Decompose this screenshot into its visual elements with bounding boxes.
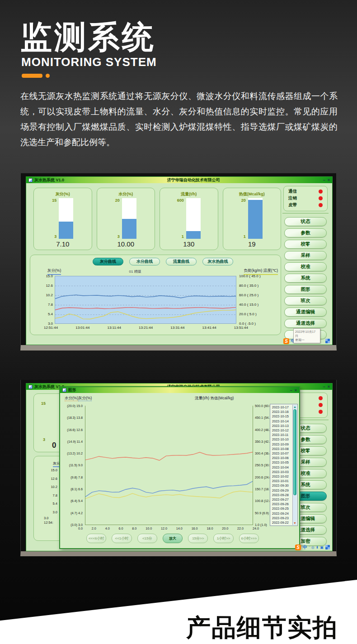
axis-tick: 4.0 (105, 526, 110, 530)
time-zoom-button[interactable]: <15分 (137, 534, 157, 543)
status-label: 通信 (288, 189, 297, 194)
gauge-panel: 热值(Mcal/kg) 20 1 19 (223, 188, 282, 250)
axis-tick: 3.0 (38, 322, 53, 326)
x-axis-ticks: 12:51:4413:01:4413:11:4413:21:4413:31:44… (44, 326, 248, 330)
minimize-button[interactable]: – (290, 388, 292, 393)
axis-tick: 7.8 (41, 493, 57, 497)
sidebar-button[interactable]: 校零 (284, 240, 327, 249)
gauge-value: 19 (223, 240, 281, 248)
axis-tick: 0.0 (78, 526, 83, 530)
sogou-input-icon[interactable]: S (295, 545, 301, 550)
screenshot-2: 灰水热系统 V1.0 济宁华瑞自动化技术有限公司 – × 15 3 0 灰分(%… (20, 380, 337, 556)
sidebar-button[interactable]: 采样 (284, 251, 327, 260)
axis-tick: (20.0) 15.0 (60, 404, 83, 408)
close-button[interactable]: × (295, 388, 297, 393)
axis-tick: 12.6 (41, 477, 57, 481)
time-zoom-button[interactable]: 6小时>>> (239, 534, 259, 543)
gauge-bar (248, 198, 263, 239)
gauge-min-label: 3 (115, 234, 120, 239)
time-zoom-button[interactable]: 15分>> (188, 534, 208, 543)
time-zoom-button[interactable]: 放大 (163, 534, 183, 543)
titlebar[interactable]: 灰水热系统 V1.0 济宁华瑞自动化技术有限公司 – × (26, 177, 332, 183)
tray-icon[interactable]: ʻ (309, 545, 310, 549)
status-label: 皮带 (288, 202, 297, 208)
sogou-input-icon[interactable]: S (283, 338, 289, 344)
window-icon (28, 178, 33, 182)
sidebar-button[interactable]: 班次 (284, 296, 327, 305)
scroll-up-icon[interactable]: ▲ (293, 405, 297, 409)
date-tooltip: 2022年10月17日 星期一 (293, 328, 320, 343)
axis-tick: 0.0 ( -5.0 ) (239, 322, 281, 326)
dialog-titlebar[interactable]: 图形 – × (60, 387, 299, 393)
status-indicator-dot (319, 196, 323, 200)
curve-tab[interactable]: 水分曲线 (129, 258, 160, 265)
close-button[interactable]: × (328, 384, 330, 389)
tray-icon[interactable]: ◎ (311, 545, 315, 549)
gauge-value: 10.00 (97, 240, 155, 248)
moisture-axis-label: 水分(%) (65, 396, 78, 401)
axis-tick: 13:51:44 (234, 326, 248, 330)
axis-tick: 10.0 (146, 526, 152, 530)
scrollbar-thumb[interactable] (293, 409, 296, 495)
history-chart-svg (85, 406, 253, 525)
chart-title: 01 精煤 (30, 269, 240, 274)
axis-tick: 3.0 (44, 516, 53, 521)
taskbar: S 中 ʻ◎⬇▣ (295, 544, 330, 550)
time-zoom-button[interactable]: <<<6小时 (86, 534, 106, 543)
gauge-bar-fill (248, 200, 263, 239)
dialog-title: 图形 (68, 388, 76, 393)
sidebar-button[interactable]: 参数 (284, 228, 327, 237)
gauge-bar-fill (122, 219, 136, 239)
close-button[interactable]: × (328, 178, 330, 182)
gauge-min-label: 1 (177, 234, 184, 239)
tray-icon[interactable]: ▣ (320, 545, 324, 549)
status-label: 注销 (288, 195, 297, 201)
curve-tab[interactable]: 灰分曲线 (93, 258, 123, 265)
left-axis-ticks: 15.012.610.27.85.43.0 (41, 468, 57, 514)
axis-tick: 10.2 (38, 293, 53, 297)
graph-dialog: 图形 – × 水分(%)灰分(%) 流量(t/h) 热值(Mcal/kg) (2… (59, 386, 300, 549)
gauge-value-partial: 0 (52, 441, 56, 450)
right-axis-title: 流量(t/h) 热值(Mcal/kg) (195, 396, 234, 401)
axis-tick: 3.0 (41, 510, 57, 514)
date-list-scrollbar[interactable]: ▲ ▼ (292, 405, 297, 525)
tray-icon[interactable]: ⬇ (316, 545, 319, 549)
sidebar: 通信 注销 皮带 状态 (282, 186, 329, 341)
axis-tick: 40.0 ( 15.0 ) (239, 303, 281, 307)
sidebar-button[interactable]: 通道编辑 (284, 308, 327, 317)
time-zoom-button[interactable]: 1小时>> (213, 534, 233, 543)
windows-grid-icon[interactable] (325, 545, 330, 549)
gauge-title: 水分(%) (97, 191, 155, 197)
axis-tick: 100.0 ( 45.0 ) (239, 274, 281, 278)
axis-tick: (11.5) 9.0 (60, 463, 83, 467)
sidebar-button[interactable]: 状态 (284, 217, 327, 226)
minimize-button[interactable]: – (323, 384, 325, 389)
windows-grid-icon[interactable] (325, 339, 330, 343)
minimize-button[interactable]: – (323, 178, 325, 182)
sidebar-button[interactable]: 通道选择 (284, 319, 327, 328)
scroll-down-icon[interactable]: ▼ (293, 521, 297, 525)
trend-chart-svg (55, 276, 236, 324)
axis-tick: 22.0 (237, 526, 244, 530)
axis-tick: 15.0 (38, 274, 53, 278)
axis-tick: 12.6 (38, 284, 53, 288)
gauge-title: 热值(Mcal/kg) (223, 191, 281, 197)
time-zoom-button[interactable]: <<1小时 (112, 534, 132, 543)
left-axis-ticks: (20.0) 15.0(18.3) 13.8(16.6) 12.6(14.9) … (60, 404, 83, 527)
date-list[interactable]: 2022-10-172022-10-162022-10-152022-10-14… (270, 404, 298, 526)
axis-tick: 13:31:44 (170, 326, 184, 330)
curve-tab[interactable]: 流量曲线 (166, 258, 197, 265)
axis-tick: 7.8 (38, 303, 53, 307)
curve-tab[interactable]: 灰水热曲线 (202, 258, 233, 265)
accent-dot (46, 74, 50, 78)
app-title: 灰水热系统 V1.0 (34, 177, 64, 183)
axis-tick: (4.7) 4.2 (60, 511, 83, 515)
gauge-bar-fill (186, 231, 201, 239)
page-title: 监测系统 (20, 16, 156, 59)
axis-tick: 5.4 (38, 312, 53, 316)
sidebar-button[interactable]: 校准 (284, 262, 327, 271)
sidebar-button[interactable]: 图形 (284, 285, 327, 294)
ime-language-icon[interactable]: 中 (303, 544, 307, 550)
sidebar-button[interactable]: 系统 (284, 274, 327, 283)
gauge-value: 130 (160, 240, 218, 248)
